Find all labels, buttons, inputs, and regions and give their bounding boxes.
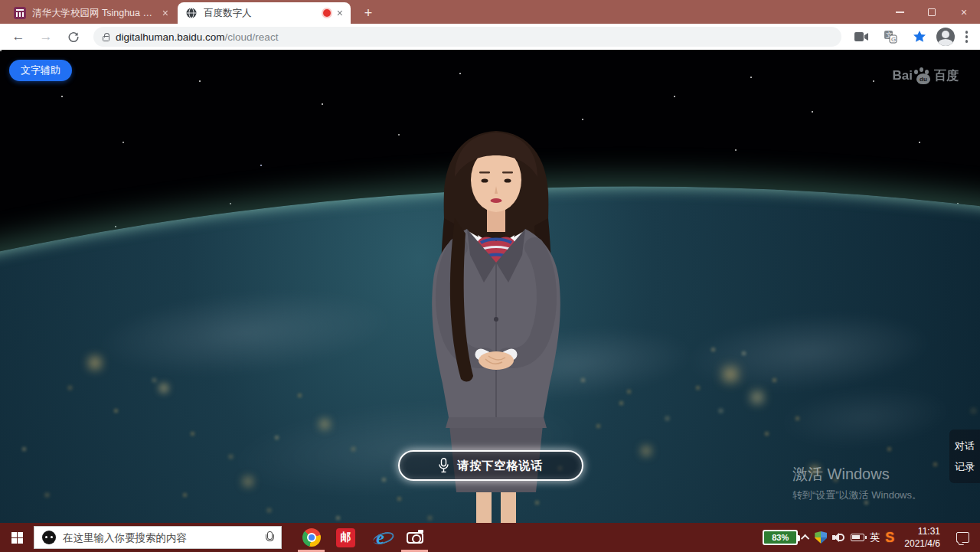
- push-to-talk-button[interactable]: 请按下空格说话: [398, 450, 583, 481]
- menu-dots-icon[interactable]: [959, 31, 975, 43]
- taskbar-chrome-button[interactable]: [294, 523, 328, 552]
- sogou-input-icon[interactable]: S: [885, 530, 894, 546]
- clock-time: 11:31: [904, 525, 940, 537]
- minimize-button[interactable]: [884, 0, 916, 24]
- reload-icon[interactable]: [61, 26, 86, 47]
- defender-shield-icon[interactable]: [815, 531, 827, 544]
- navigation-bar: ← → digitalhuman.baidu.com/cloud/react 文…: [0, 24, 980, 50]
- chrome-icon: [302, 528, 321, 547]
- forward-icon[interactable]: →: [34, 26, 58, 47]
- push-to-talk-label: 请按下空格说话: [458, 459, 544, 473]
- page-viewport: 文字辅助 Bai du 百度 对话 记录 请按下空格说话 激活 Windows …: [0, 50, 980, 523]
- nav-buttons: ← →: [6, 26, 86, 47]
- pinned-apps: 邮 e: [294, 523, 432, 552]
- taskbar-ie-button[interactable]: e: [363, 523, 397, 552]
- camera-app-icon: [407, 532, 423, 544]
- mail-app-icon: 邮: [336, 528, 355, 547]
- taskbar-mail-button[interactable]: 邮: [328, 523, 363, 552]
- nav-right-icons: 文G: [849, 26, 975, 47]
- tab-close-icon[interactable]: ×: [337, 8, 343, 18]
- tab-dialog[interactable]: 对话: [955, 439, 975, 453]
- url-text: digitalhuman.baidu.com/cloud/react: [116, 31, 278, 43]
- recording-indicator-icon: [323, 9, 331, 17]
- search-mic-icon[interactable]: [265, 531, 273, 544]
- action-center-icon[interactable]: [956, 532, 969, 543]
- bookmark-star-icon[interactable]: [907, 26, 932, 47]
- text-assist-button[interactable]: 文字辅助: [9, 60, 72, 81]
- video-camera-icon[interactable]: [849, 26, 874, 47]
- restore-button[interactable]: [916, 0, 948, 24]
- baidu-paw-icon: du: [914, 67, 933, 84]
- tab-bar: 清华大学校园网 Tsinghua Univ × 百度数字人 × + ×: [0, 0, 980, 24]
- translate-icon[interactable]: 文G: [878, 26, 903, 47]
- search-assistant-icon: [42, 531, 56, 544]
- battery-icon[interactable]: [851, 534, 864, 541]
- system-tray: 83% 英 S 11:31 2021/4/6: [763, 525, 980, 550]
- microphone-icon: [439, 458, 449, 473]
- volume-icon[interactable]: [832, 532, 845, 543]
- tab-tsinghua[interactable]: 清华大学校园网 Tsinghua Univ ×: [6, 2, 176, 24]
- windows-logo-icon: [11, 532, 23, 544]
- taskbar-clock[interactable]: 11:31 2021/4/6: [900, 525, 945, 550]
- taskbar-camera-button[interactable]: [397, 523, 432, 552]
- taskbar-search-input[interactable]: [63, 532, 258, 544]
- lock-icon: [103, 36, 109, 41]
- profile-avatar[interactable]: [936, 28, 955, 46]
- browser-window: 清华大学校园网 Tsinghua Univ × 百度数字人 × + × ← →: [0, 0, 980, 552]
- hidden-icons-chevron-icon[interactable]: [801, 534, 809, 543]
- back-icon[interactable]: ←: [6, 26, 31, 47]
- tab-record[interactable]: 记录: [955, 460, 975, 474]
- windows-taskbar: 邮 e 83% 英 S 11:31 2021/4/6: [0, 523, 980, 552]
- tab-title: 清华大学校园网 Tsinghua Univ: [32, 7, 156, 20]
- baidu-logo: Bai du 百度: [893, 67, 959, 84]
- clock-date: 2021/4/6: [904, 537, 940, 550]
- address-bar[interactable]: digitalhuman.baidu.com/cloud/react: [93, 27, 841, 47]
- tab-close-icon[interactable]: ×: [162, 8, 168, 18]
- svg-text:G: G: [891, 36, 896, 43]
- tab-digital-human[interactable]: 百度数字人 ×: [178, 2, 351, 24]
- city-lights: [0, 50, 2, 52]
- tsinghua-favicon-icon: [14, 7, 26, 19]
- tab-title: 百度数字人: [204, 7, 317, 20]
- start-button[interactable]: [0, 523, 34, 552]
- side-panel-tabs: 对话 记录: [949, 430, 980, 483]
- battery-percent-badge[interactable]: 83%: [763, 530, 798, 545]
- new-tab-button[interactable]: +: [358, 3, 378, 23]
- globe-favicon-icon: [185, 7, 198, 19]
- close-button[interactable]: ×: [948, 0, 980, 24]
- internet-explorer-icon: e: [376, 528, 384, 547]
- taskbar-search-box[interactable]: [34, 526, 282, 549]
- window-controls: ×: [884, 0, 980, 24]
- input-language-indicator[interactable]: 英: [870, 531, 880, 544]
